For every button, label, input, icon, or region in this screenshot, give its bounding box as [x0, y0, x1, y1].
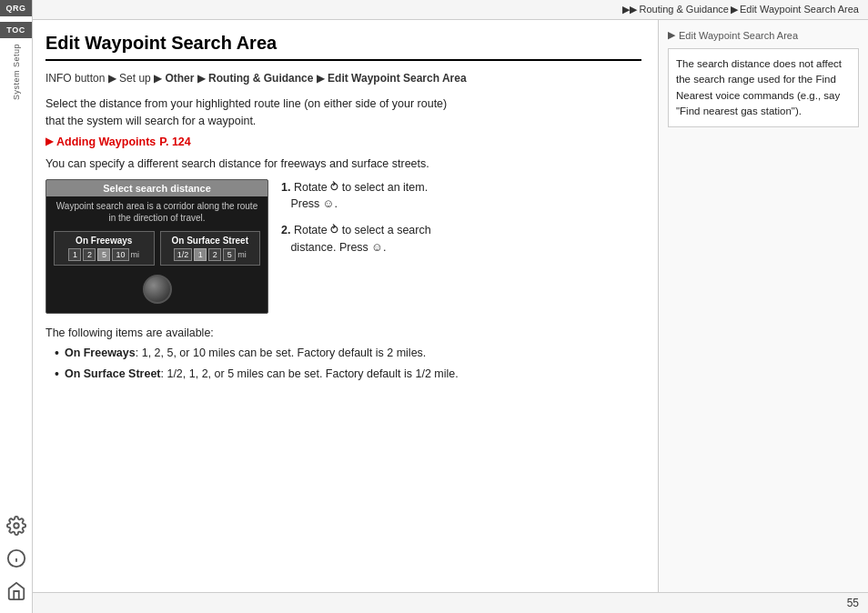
freeway-unit: mi — [131, 250, 140, 259]
sidebar: QRG TOC System Setup — [0, 0, 33, 613]
adding-waypoints-label: Adding Waypoints — [56, 136, 156, 148]
screen-and-steps: Select search distance Waypoint search a… — [45, 179, 641, 314]
step2-number: 2. — [281, 224, 290, 236]
available-items-text: The following items are available: — [45, 327, 641, 339]
screen-title: Select search distance — [46, 180, 267, 196]
bullet-item-2: On Surface Street: 1/2, 1, 2, or 5 miles… — [55, 366, 641, 384]
info-path-other: Other — [165, 72, 194, 85]
page-title: Edit Waypoint Search Area — [45, 33, 641, 61]
surface-label: On Surface Street — [168, 236, 253, 246]
surface-values: 1/2 1 2 5 mi — [168, 248, 253, 261]
breadcrumb-arrow2: ▶ — [731, 4, 738, 15]
desc1: Select the distance from your highlighte… — [45, 97, 447, 110]
home-icon[interactable] — [4, 578, 29, 604]
content-area: Edit Waypoint Search Area INFO button ▶ … — [33, 20, 868, 592]
main-content: ▶▶ Routing & Guidance ▶ Edit Waypoint Se… — [33, 0, 868, 613]
screen-image: Select search distance Waypoint search a… — [45, 179, 268, 314]
bullet2-label: On Surface Street: 1/2, 1, 2, or 5 miles… — [65, 366, 459, 383]
info-icon[interactable] — [4, 546, 29, 571]
right-panel-title: ▶ Edit Waypoint Search Area — [668, 29, 859, 41]
info-path-end: Edit Waypoint Search Area — [328, 72, 466, 85]
breadcrumb-part2: Edit Waypoint Search Area — [740, 4, 859, 15]
freeway-label: On Freeways — [62, 236, 146, 246]
bullet-list: On Freeways: 1, 2, 5, or 10 miles can be… — [45, 345, 641, 384]
link-icon: ▶ — [45, 136, 53, 147]
screen-subtitle: Waypoint search area is a corridor along… — [46, 196, 267, 229]
screen-options-row: On Freeways 1 2 5 10 mi On Surface Stree… — [46, 229, 267, 267]
adding-waypoints-link[interactable]: ▶ Adding Waypoints P. 124 — [45, 136, 641, 148]
sidebar-system-setup-label: System Setup — [12, 44, 21, 100]
right-panel-title-arrow: ▶ — [668, 29, 675, 41]
right-panel-note-box: The search distance does not affect the … — [668, 48, 859, 127]
freeway-val-10[interactable]: 10 — [112, 248, 128, 261]
bullet1-label: On Freeways: 1, 2, 5, or 10 miles can be… — [65, 345, 426, 362]
surface-val-1[interactable]: 1 — [194, 248, 207, 261]
sidebar-bottom-icons — [4, 513, 29, 613]
freeway-val-1[interactable]: 1 — [68, 248, 81, 261]
surface-option-box: On Surface Street 1/2 1 2 5 mi — [160, 231, 261, 266]
description-text: Select the distance from your highlighte… — [45, 95, 641, 130]
screen-knob — [143, 275, 172, 304]
info-path-routing: Routing & Guidance — [208, 72, 313, 85]
step-1: 1. Rotate ⥁ to select an item. Press ☺. — [281, 179, 641, 214]
right-panel: ▶ Edit Waypoint Search Area The search d… — [659, 20, 868, 592]
freeway-values: 1 2 5 10 mi — [62, 248, 146, 261]
info-path-prefix: INFO button ▶ Set up ▶ — [45, 72, 165, 85]
step2-text: Rotate ⥁ to select a search distance. Pr… — [281, 224, 431, 254]
info-path-arrow2: ▶ — [313, 72, 328, 85]
svg-point-0 — [14, 523, 19, 528]
surface-unit: mi — [237, 250, 247, 259]
bullet-item-1: On Freeways: 1, 2, 5, or 10 miles can be… — [55, 345, 641, 363]
can-specify-text: You can specify a different search dista… — [45, 157, 641, 170]
info-path: INFO button ▶ Set up ▶ Other ▶ Routing &… — [45, 70, 641, 86]
steps-area: 1. Rotate ⥁ to select an item. Press ☺. … — [281, 179, 641, 314]
page-number: 55 — [847, 597, 859, 609]
step1-number: 1. — [281, 181, 290, 194]
step1-text: Rotate ⥁ to select an item. Press ☺. — [281, 181, 428, 211]
right-panel-title-text: Edit Waypoint Search Area — [679, 30, 798, 41]
breadcrumb-part1: Routing & Guidance — [639, 4, 728, 15]
page-number-area: 55 — [33, 592, 868, 613]
sidebar-item-toc[interactable]: TOC — [0, 22, 32, 38]
adding-waypoints-page: P. 124 — [159, 136, 191, 148]
freeway-option-box: On Freeways 1 2 5 10 mi — [54, 231, 155, 266]
surface-val-2[interactable]: 2 — [208, 248, 221, 261]
breadcrumb-arrows: ▶▶ — [622, 4, 637, 15]
desc2: that the system will search for a waypoi… — [45, 115, 256, 127]
info-path-arrow1: ▶ — [194, 72, 208, 85]
sidebar-item-qrg[interactable]: QRG — [0, 0, 32, 16]
surface-val-half[interactable]: 1/2 — [174, 248, 193, 261]
step-2: 2. Rotate ⥁ to select a search distance.… — [281, 222, 641, 256]
breadcrumb-bar: ▶▶ Routing & Guidance ▶ Edit Waypoint Se… — [33, 0, 868, 20]
right-panel-note-text: The search distance does not affect the … — [676, 58, 842, 116]
settings-icon[interactable] — [4, 513, 29, 538]
left-panel: Edit Waypoint Search Area INFO button ▶ … — [33, 20, 659, 592]
freeway-val-2[interactable]: 2 — [83, 248, 96, 261]
freeway-val-5[interactable]: 5 — [97, 248, 110, 261]
surface-val-5[interactable]: 5 — [223, 248, 236, 261]
